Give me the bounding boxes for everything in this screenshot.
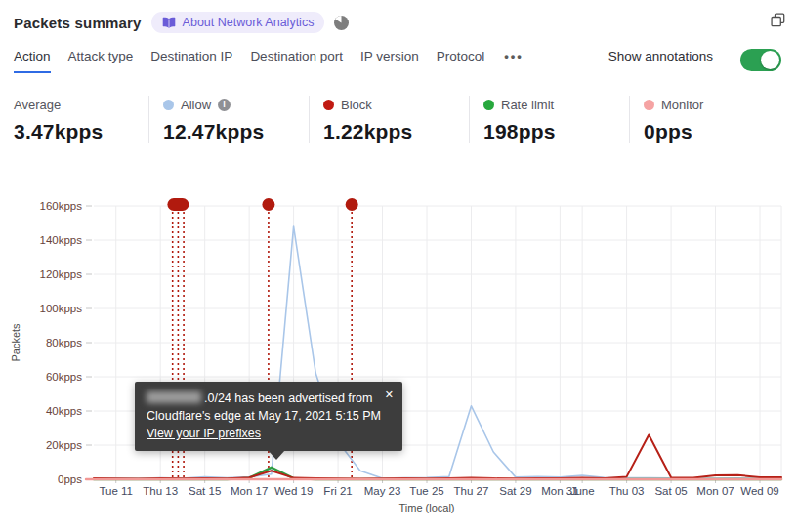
tabs: ActionAttack typeDestination IPDestinati… xyxy=(14,49,781,76)
tab-action[interactable]: Action xyxy=(14,49,51,73)
annotation-marker-pill[interactable] xyxy=(167,198,189,211)
x-tick-label: Thu 13 xyxy=(143,485,178,497)
y-tick-label: 160kpps xyxy=(40,200,83,212)
x-tick-label: Thu 03 xyxy=(609,485,645,497)
x-tick-label: Thu 27 xyxy=(454,485,489,497)
x-tick-label: Mon 17 xyxy=(231,485,268,497)
network-analytics-panel: Packets summary About Network Analytics … xyxy=(0,0,797,532)
stat-monitor[interactable]: Monitor0pps xyxy=(629,96,789,143)
y-tick-label: 100kpps xyxy=(40,303,83,314)
tooltip-line1: .0/24 has been advertised from xyxy=(147,390,391,408)
toggle-knob xyxy=(761,51,779,69)
x-tick-label: Mon 07 xyxy=(696,485,734,497)
x-tick-label: Fri 21 xyxy=(323,485,352,497)
copy-panel-icon[interactable] xyxy=(771,13,785,27)
stat-label: Rate limit xyxy=(501,98,554,112)
stat-rate-limit[interactable]: Rate limit198pps xyxy=(469,96,629,143)
stat-label-row: Block xyxy=(323,96,469,113)
legend-dot-icon xyxy=(323,100,334,110)
show-annotations-toggle[interactable] xyxy=(740,49,781,71)
tab-ip-version[interactable]: IP version xyxy=(360,49,419,73)
tab-list: ActionAttack typeDestination IPDestinati… xyxy=(14,49,484,73)
x-axis-title: Time (local) xyxy=(398,502,454,513)
x-tick-label: Tue 11 xyxy=(99,485,133,497)
stat-label: Average xyxy=(14,98,61,112)
book-icon xyxy=(162,17,176,29)
stats-row: Average3.47kppsAllowi12.47kppsBlock1.22k… xyxy=(0,96,797,143)
page-title: Packets summary xyxy=(14,15,142,31)
tab-protocol[interactable]: Protocol xyxy=(437,49,485,73)
tab-destination-port[interactable]: Destination port xyxy=(250,49,343,73)
about-network-analytics-link[interactable]: About Network Analytics xyxy=(151,12,325,33)
stat-label: Block xyxy=(341,98,372,112)
x-tick-label: Tue 25 xyxy=(409,485,443,497)
y-tick-label: 120kpps xyxy=(40,268,83,280)
y-tick-label: 80kpps xyxy=(46,337,82,348)
y-tick-label: 0pps xyxy=(58,473,82,485)
stat-label-row: Rate limit xyxy=(483,96,629,113)
tab-destination-ip[interactable]: Destination IP xyxy=(150,49,232,73)
view-ip-prefixes-link[interactable]: View your IP prefixes xyxy=(147,426,261,443)
show-annotations-label: Show annotations xyxy=(608,49,713,63)
stat-label-row: Allowi xyxy=(163,96,309,113)
x-tick-label: June xyxy=(570,485,595,497)
x-tick-label: Wed 19 xyxy=(274,485,313,497)
legend-dot-icon xyxy=(483,100,494,110)
stat-label: Allow xyxy=(181,98,211,112)
info-icon[interactable]: i xyxy=(218,99,231,111)
tooltip-arrow xyxy=(268,450,285,460)
x-tick-label: Sat 15 xyxy=(189,485,221,497)
x-tick-label: May 23 xyxy=(364,485,401,497)
stat-label-row: Monitor xyxy=(644,96,789,113)
stat-average: Average3.47kpps xyxy=(0,96,148,143)
stat-value: 12.47kpps xyxy=(163,120,309,143)
annotation-marker-dot[interactable] xyxy=(262,198,274,211)
packets-chart-canvas[interactable]: 0pps20kpps40kpps60kpps80kpps100kpps120kp… xyxy=(0,185,797,532)
stat-value: 1.22kpps xyxy=(323,120,469,143)
legend-dot-icon xyxy=(163,100,174,110)
x-tick-label: Wed 09 xyxy=(740,485,778,497)
stat-label-row: Average xyxy=(14,96,148,113)
annotation-marker-dot[interactable] xyxy=(346,198,358,211)
tooltip-close-icon[interactable]: ✕ xyxy=(385,387,394,404)
x-tick-label: Sat 05 xyxy=(654,485,687,497)
tab-attack-type[interactable]: Attack type xyxy=(68,49,134,73)
redacted-ip-prefix xyxy=(147,391,201,403)
y-tick-label: 40kpps xyxy=(46,405,82,417)
y-tick-label: 140kpps xyxy=(40,234,83,246)
y-axis-title: Packets xyxy=(10,323,21,362)
badge-label: About Network Analytics xyxy=(183,16,315,29)
x-tick-label: Sat 29 xyxy=(499,485,531,497)
annotation-tooltip: .0/24 has been advertised from Cloudflar… xyxy=(135,382,402,451)
stat-block[interactable]: Block1.22kpps xyxy=(309,96,469,143)
more-tabs-button[interactable]: ••• xyxy=(502,49,525,71)
y-tick-label: 60kpps xyxy=(46,371,82,383)
stat-value: 0pps xyxy=(644,120,789,143)
stat-allow[interactable]: Allowi12.47kpps xyxy=(148,96,309,143)
stat-value: 198pps xyxy=(483,120,629,143)
stat-value: 3.47kpps xyxy=(14,120,148,143)
stat-label: Monitor xyxy=(661,98,703,112)
legend-dot-icon xyxy=(644,100,654,110)
sampling-indicator-icon[interactable] xyxy=(334,16,349,30)
tooltip-line2: Cloudflare's edge at May 17, 2021 5:15 P… xyxy=(147,408,391,426)
panel-header: Packets summary About Network Analytics xyxy=(14,8,785,37)
y-tick-label: 20kpps xyxy=(46,439,82,451)
